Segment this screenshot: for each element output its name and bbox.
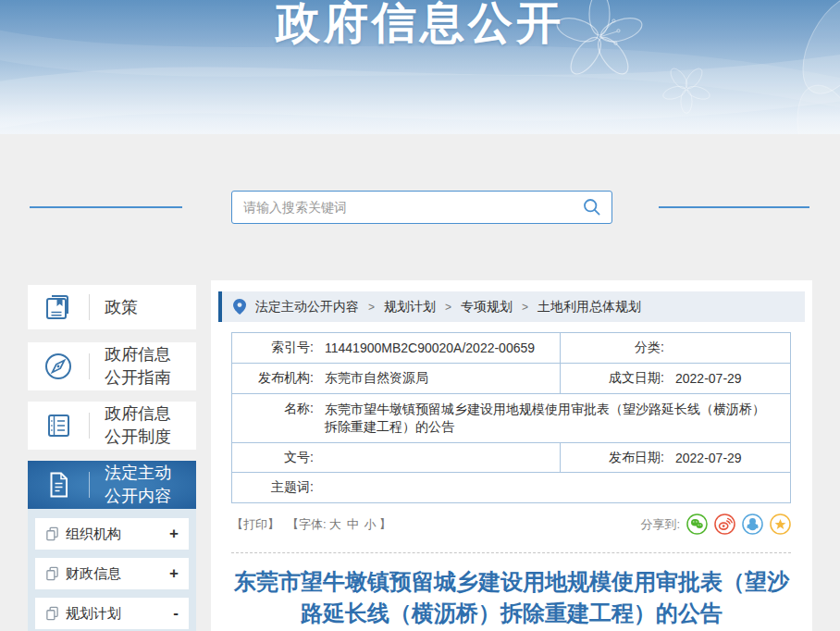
sidebar-item-label: 政府信息 公开指南 [105,343,171,390]
font-size-large[interactable]: 大 [329,516,341,533]
document-icon [28,469,89,501]
doc-number-label: 文号: [232,450,314,466]
pages-icon [45,606,59,621]
name-value: 东莞市望牛墩镇预留城乡建设用地规模使用审批表（望沙路延长线（横沥桥）拆除重建工程… [325,401,776,436]
share-wechat-icon[interactable] [686,513,708,535]
sidebar: 政策 政府信息 公开指南 [28,285,196,631]
font-size-medium[interactable]: 中 [347,516,359,533]
sidebar-item-label: 政策 [105,296,138,319]
banner: 政府信息公开 [0,0,840,134]
submenu-item-label: 组织机构 [66,526,121,543]
submenu-item-label: 财政信息 [66,565,121,583]
breadcrumb-separator: > [368,301,375,314]
breadcrumb-separator: > [522,301,528,314]
breadcrumb-separator: > [445,301,451,314]
table-row: 索引号: 11441900MB2C90020A/2022-00659 分类: [232,333,790,363]
submenu-item-finance[interactable]: 财政信息 + [35,558,189,589]
name-label: 名称: [232,401,314,417]
table-row: 名称: 东莞市望牛墩镇预留城乡建设用地规模使用审批表（望沙路延长线（横沥桥）拆除… [232,393,790,442]
sidebar-item-legal-disclosure-active[interactable]: 法定主动 公开内容 [28,461,196,509]
publish-date-value: 2022-07-29 [675,451,742,465]
share-weibo-icon[interactable] [714,513,735,535]
breadcrumb-item-land-use[interactable]: 土地利用总体规划 [537,299,641,316]
keywords-label: 主题词: [232,479,314,496]
divider [89,294,90,320]
share-bar: 分享到: [640,513,791,535]
sidebar-submenu: 组织机构 + 财政信息 + 规划计划 - [28,509,196,631]
sidebar-item-label: 政府信息 公开制度 [105,402,171,449]
table-row: 文号: 发布日期: 2022-07-29 [232,442,790,472]
search-icon [583,198,601,217]
pages-icon [45,526,59,541]
pages-icon [45,566,59,581]
search-button[interactable] [573,192,611,223]
sidebar-item-guide[interactable]: 政府信息 公开指南 [28,342,196,390]
collapse-toggle[interactable]: - [173,604,179,623]
rules-book-icon [28,410,89,441]
index-label: 索引号: [232,340,314,356]
share-qzone-icon[interactable] [770,513,791,535]
article-title: 东莞市望牛墩镇预留城乡建设用地规模使用审批表（望沙路延长线（横沥桥）拆除重建工程… [226,566,797,629]
font-size-label-close: 】 [379,516,391,533]
expand-toggle[interactable]: + [169,564,179,583]
info-table: 索引号: 11441900MB2C90020A/2022-00659 分类: 发… [231,332,791,503]
location-pin-icon [233,299,246,315]
sidebar-item-rules[interactable]: 政府信息 公开制度 [28,402,196,450]
search-right-line [659,206,809,208]
article-toolbar: 【打印】 【字体: 大 中 小 】 分享到: [231,513,791,535]
agency-value: 东莞市自然资源局 [325,370,428,387]
divider [89,353,90,379]
written-date-label: 成文日期: [561,370,664,387]
submenu-item-planning[interactable]: 规划计划 - [35,598,189,629]
index-value: 11441900MB2C90020A/2022-00659 [325,340,535,355]
font-size-small[interactable]: 小 [364,516,377,533]
print-button[interactable]: 【打印】 [231,516,279,533]
dashed-divider [231,552,791,553]
font-size-label: 【字体: [287,516,327,533]
share-label: 分享到: [640,516,680,533]
search-left-line [30,206,182,208]
expand-toggle[interactable]: + [169,525,179,543]
content-panel: 法定主动公开内容 > 规划计划 > 专项规划 > 土地利用总体规划 索引号: 1… [211,280,812,631]
publish-date-label: 发布日期: [561,450,664,466]
submenu-item-organization[interactable]: 组织机构 + [35,518,189,550]
breadcrumb-item-special-plan[interactable]: 专项规划 [461,299,513,316]
breadcrumb-item-legal[interactable]: 法定主动公开内容 [255,299,359,316]
sidebar-item-policy[interactable]: 政策 [28,285,196,329]
search-input[interactable] [232,200,573,215]
category-label: 分类: [561,340,664,356]
sidebar-item-label: 法定主动 公开内容 [105,462,171,508]
breadcrumb-item-planning[interactable]: 规划计划 [384,299,436,316]
page: 政府信息公开 [0,0,840,631]
book-icon [28,291,89,323]
page-title: 政府信息公开 [0,0,840,53]
compass-icon [28,351,89,382]
table-row: 发布机构: 东莞市自然资源局 成文日期: 2022-07-29 [232,363,790,393]
breadcrumb: 法定主动公开内容 > 规划计划 > 专项规划 > 土地利用总体规划 [218,291,805,322]
agency-label: 发布机构: [232,370,314,387]
submenu-item-label: 规划计划 [66,605,121,623]
share-qq-icon[interactable] [742,513,763,535]
search-box [231,191,612,224]
divider [89,472,90,498]
table-row: 主题词: [232,472,790,502]
written-date-value: 2022-07-29 [675,371,742,386]
divider [89,413,90,439]
